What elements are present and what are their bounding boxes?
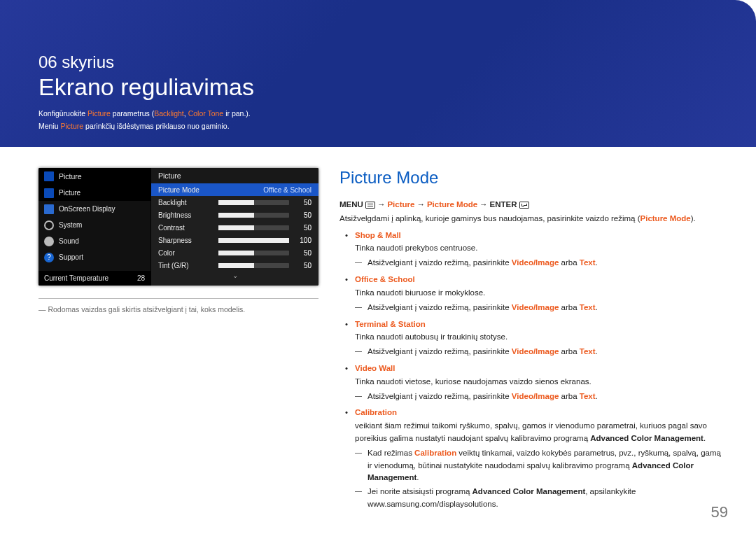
osd-left-footer: Current Temperature 28: [38, 271, 150, 286]
mode-item: Video WallTinka naudoti vietose, kuriose…: [340, 363, 724, 402]
osd-slider-bar: [218, 213, 289, 218]
mode-subitem: Atsižvelgiant į vaizdo režimą, pasirinki…: [355, 391, 724, 403]
osd-slider-value: 50: [295, 249, 312, 257]
gear-icon: [44, 220, 54, 230]
mode-subitem: Atsižvelgiant į vaizdo režimą, pasirinki…: [355, 346, 724, 358]
mode-name: Terminal & Station: [355, 318, 724, 331]
mode-sublist: Atsižvelgiant į vaizdo režimą, pasirinki…: [355, 391, 724, 403]
mode-item: Shop & MallTinka naudoti prekybos centru…: [340, 230, 724, 269]
osd-slider-label: Backlight: [158, 199, 213, 206]
osd-row-label: Picture Mode: [158, 186, 213, 194]
divider: [38, 298, 318, 299]
osd-side-item-sound: Sound: [38, 233, 150, 249]
osd-slider-label: Color: [158, 249, 213, 257]
osd-row-picture-mode: Picture Mode Office & School: [151, 183, 318, 196]
osd-slider-row: Backlight50: [151, 196, 318, 209]
mode-desc: Tinka naudoti biuruose ir mokyklose.: [355, 288, 485, 297]
mode-desc: veikiant šiam režimui taikomi ryškumo, s…: [355, 421, 707, 442]
menu-key-icon: [365, 202, 375, 209]
modes-list: Shop & MallTinka naudoti prekybos centru…: [340, 230, 724, 511]
header-note-2: Meniu Picture parinkčių išdėstymas prikl…: [38, 120, 718, 133]
osd-slider-row: Color50: [151, 246, 318, 259]
osd-slider-bar: [218, 225, 289, 230]
osd-slider-row: Sharpness100: [151, 234, 318, 246]
mode-subitem: Atsižvelgiant į vaizdo režimą, pasirinki…: [355, 302, 724, 314]
osd-slider-row: Brightness50: [151, 209, 318, 221]
osd-menu-preview: Picture Picture OnScreen Display System …: [38, 168, 318, 286]
osd-left-panel: Picture Picture OnScreen Display System …: [38, 168, 150, 286]
osd-side-item-onscreen: OnScreen Display: [38, 201, 150, 217]
mode-sublist: Atsižvelgiant į vaizdo režimą, pasirinki…: [355, 346, 724, 358]
mode-sublist: Kad režimas Calibration veiktų tinkamai,…: [355, 447, 724, 511]
osd-left-heading-label: Picture: [59, 172, 82, 181]
osd-slider-bar: [218, 263, 289, 268]
mode-item: Office & SchoolTinka naudoti biuruose ir…: [340, 274, 724, 314]
picture-icon: [44, 171, 54, 181]
osd-slider-label: Tint (G/R): [158, 262, 213, 269]
mode-subitem: Jei norite atsisiųsti programą Advanced …: [355, 486, 724, 511]
menu-breadcrumb: MENU → Picture → Picture Mode → ENTER: [340, 199, 724, 211]
enter-key-icon: [519, 202, 529, 209]
picture-icon: [44, 188, 54, 198]
mode-subitem: Atsižvelgiant į vaizdo režimą, pasirinki…: [355, 257, 724, 269]
speaker-icon: [44, 237, 54, 246]
osd-slider-label: Brightness: [158, 211, 213, 219]
osd-slider-bar: [218, 251, 289, 255]
intro-text: Atsižvelgdami į aplinką, kurioje gaminys…: [340, 213, 724, 225]
mode-sublist: Atsižvelgiant į vaizdo režimą, pasirinki…: [355, 302, 724, 314]
mode-name: Video Wall: [355, 363, 724, 375]
osd-slider-label: Contrast: [158, 224, 213, 232]
osd-row-value: Office & School: [263, 186, 312, 194]
section-title: Picture Mode: [340, 168, 724, 188]
osd-slider-row: Contrast50: [151, 221, 318, 234]
osd-slider-value: 50: [295, 211, 312, 219]
mode-subitem: Kad režimas Calibration veiktų tinkamai,…: [355, 447, 724, 484]
mode-desc: Tinka naudoti autobusų ir traukinių stot…: [355, 332, 507, 341]
page-number: 59: [711, 503, 728, 521]
osd-side-item-system: System: [38, 217, 150, 233]
mode-name: Shop & Mall: [355, 230, 724, 242]
osd-side-item-picture: Picture: [38, 185, 150, 201]
osd-slider-value: 100: [295, 237, 312, 244]
osd-slider-row: Tint (G/R)50: [151, 259, 318, 272]
osd-side-item-support: ?Support: [38, 249, 150, 265]
osd-right-panel: Picture Picture Mode Office & School Bac…: [150, 168, 318, 286]
chevron-down-icon: ⌄: [151, 272, 318, 281]
osd-temp-label: Current Temperature: [44, 274, 108, 282]
mode-desc: Tinka naudoti prekybos centruose.: [355, 244, 477, 252]
display-icon: [44, 204, 54, 214]
mode-sublist: Atsižvelgiant į vaizdo režimą, pasirinki…: [355, 257, 724, 269]
osd-slider-value: 50: [295, 224, 312, 232]
mode-item: Terminal & StationTinka naudoti autobusų…: [340, 318, 724, 358]
header-notes: Konfigūruokite Picture parametrus (Backl…: [38, 108, 718, 133]
osd-slider-value: 50: [295, 199, 312, 206]
osd-side-items: Picture OnScreen Display System Sound ?S…: [38, 185, 150, 271]
chapter-number: 06 skyrius: [38, 52, 718, 72]
osd-slider-value: 50: [295, 262, 312, 269]
osd-left-heading: Picture: [38, 168, 150, 185]
osd-slider-bar: [218, 238, 289, 243]
osd-slider-label: Sharpness: [158, 237, 213, 244]
mode-item: Calibrationveikiant šiam režimui taikomi…: [340, 407, 724, 511]
osd-temp-value: 28: [137, 274, 145, 282]
mode-desc: Tinka naudoti vietose, kuriose naudojama…: [355, 377, 592, 386]
osd-slider-bar: [218, 200, 289, 205]
question-icon: ?: [44, 253, 54, 262]
mode-name: Office & School: [355, 274, 724, 286]
header-note-1: Konfigūruokite Picture parametrus (Backl…: [38, 108, 718, 120]
footnote: ― Rodomas vaizdas gali skirtis atsižvelg…: [38, 304, 318, 316]
page-header: 06 skyrius Ekrano reguliavimas Konfigūru…: [0, 0, 756, 147]
chapter-title: Ekrano reguliavimas: [38, 73, 718, 101]
osd-right-heading: Picture: [151, 168, 318, 183]
mode-name: Calibration: [355, 407, 724, 419]
